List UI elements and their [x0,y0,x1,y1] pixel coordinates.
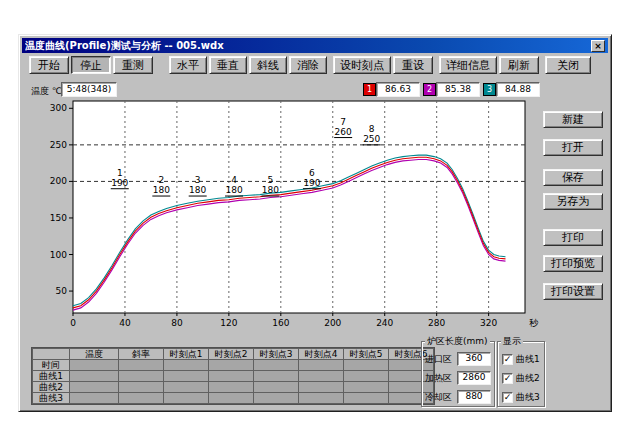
x-axis-unit-label: 秒 [529,318,539,328]
annotation-value-8: 250 [363,134,380,144]
furnace-field-heating-zone[interactable]: 2860 [457,371,491,385]
table-row-header: 曲线1 [33,371,69,381]
table-cell [70,393,118,403]
y-tick-label: 150 [50,213,67,223]
toolbar-button-stop[interactable]: 停止 [71,56,111,74]
side-button-print[interactable]: 打印 [543,229,603,246]
furnace-row: 进口区360 [422,352,494,366]
profile-chart[interactable]: 5010015020025030004080120160200240280320… [27,99,543,345]
table-cell [209,371,253,381]
table-cell [254,382,298,392]
annotation-index-1: 1 [117,168,123,178]
annotation-value-2: 180 [153,185,170,195]
toolbar-button-vertical[interactable]: 垂直 [209,56,247,74]
annotation-value-7: 260 [335,127,352,137]
y-tick-label: 50 [56,286,68,296]
furnace-zone-panel: 炉区长度(mm) 进口区360加热区2860冷却区880 [421,341,495,407]
annotation-index-8: 8 [369,124,375,134]
table-cell [344,382,388,392]
side-button-print-setup[interactable]: 打印设置 [543,283,603,300]
furnace-row: 加热区2860 [422,371,494,385]
x-tick-label: 40 [119,318,131,328]
table-cell [209,393,253,403]
table-cell [119,371,163,381]
table-cell [344,393,388,403]
x-tick-label: 120 [220,318,237,328]
table-cell [254,360,298,370]
y-tick-label: 250 [50,140,67,150]
table-cell [209,382,253,392]
toolbar-button-start[interactable]: 开始 [29,56,69,74]
title-bar: 温度曲线(Profile)测试与分析 -- 005.wdx × [22,38,608,53]
furnace-field-entry-zone[interactable]: 360 [457,352,491,366]
toolbar-button-details[interactable]: 详细信息 [439,56,497,74]
checkbox-curve1[interactable]: ✓ [502,354,513,365]
furnace-label-heating-zone: 加热区 [425,372,452,385]
furnace-label-cooling-zone: 冷却区 [425,391,452,404]
table-cell [254,393,298,403]
table-cell [70,371,118,381]
display-row: ✓曲线1 [498,353,544,366]
x-tick-label: 280 [428,318,445,328]
table-cell [344,371,388,381]
display-row: ✓曲线2 [498,372,544,385]
checkbox-curve3[interactable]: ✓ [502,392,513,403]
toolbar-button-reset[interactable]: 重设 [393,56,433,74]
annotation-value-4: 180 [225,185,242,195]
table-corner-cell [33,349,69,359]
annotation-value-6: 190 [303,178,320,188]
table-cell [164,371,208,381]
y-tick-label: 200 [50,176,67,186]
legend-value-3: 84.88 [496,82,540,97]
side-button-new[interactable]: 新建 [543,111,603,128]
furnace-row: 冷却区880 [422,390,494,404]
table-col-header: 时刻点3 [254,349,298,359]
checkbox-label-curve2: 曲线2 [516,372,540,385]
table-row-header: 时间 [33,360,69,370]
table-row-header: 曲线2 [33,382,69,392]
table-col-header: 温度 [70,349,118,359]
elapsed-time-display: 5:48(348) [61,82,117,97]
table-cell [299,393,343,403]
table-col-header: 斜率 [119,349,163,359]
y-tick-label: 300 [50,103,67,113]
table-col-header: 时刻点1 [164,349,208,359]
display-panel-title: 显示 [501,336,523,346]
table-cell [254,371,298,381]
x-tick-label: 200 [324,318,341,328]
x-tick-label: 0 [70,318,76,328]
table-cell [164,382,208,392]
furnace-label-entry-zone: 进口区 [425,353,452,366]
table-row-header: 曲线3 [33,393,69,403]
toolbar-button-erase[interactable]: 消除 [289,56,327,74]
table-col-header: 时刻点2 [209,349,253,359]
toolbar-button-slant[interactable]: 斜线 [249,56,287,74]
table-cell [70,382,118,392]
side-button-save[interactable]: 保存 [543,169,603,186]
annotation-index-6: 6 [309,168,315,178]
table-cell [119,393,163,403]
profile-table: 温度斜率时刻点1时刻点2时刻点3时刻点4时刻点5时刻点6时间曲线1曲线2曲线3 [31,347,435,405]
toolbar-button-retest[interactable]: 重测 [113,56,153,74]
legend-swatch-1: 1 [363,83,376,96]
side-button-print-preview[interactable]: 打印预览 [543,255,603,272]
legend-swatch-2: 2 [423,83,436,96]
legend-value-1: 86.63 [376,82,420,97]
toolbar-button-set-time-points[interactable]: 设时刻点 [333,56,391,74]
furnace-field-cooling-zone[interactable]: 880 [457,390,491,404]
table-cell [344,360,388,370]
checkbox-curve2[interactable]: ✓ [502,373,513,384]
toolbar-button-refresh[interactable]: 刷新 [499,56,539,74]
side-button-open[interactable]: 打开 [543,139,603,156]
table-cell [164,360,208,370]
y-tick-label: 100 [50,250,67,260]
side-button-save-as[interactable]: 另存为 [543,193,603,210]
table-cell [299,382,343,392]
toolbar-button-horizontal[interactable]: 水平 [169,56,207,74]
table-cell [299,371,343,381]
app-window: 温度曲线(Profile)测试与分析 -- 005.wdx × 关闭 开始停止重… [18,34,612,412]
table-col-header: 时刻点4 [299,349,343,359]
annotation-index-7: 7 [340,117,346,127]
annotation-index-4: 4 [231,175,237,185]
table-cell [164,393,208,403]
